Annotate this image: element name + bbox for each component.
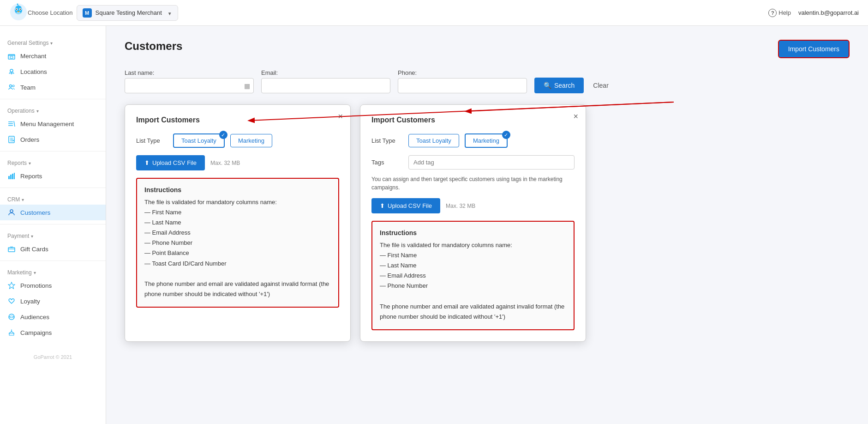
modal-right-title: Import Customers [371, 116, 575, 124]
upload-icon-left: ⬆ [144, 159, 150, 166]
modal-left-close-button[interactable]: × [338, 112, 343, 121]
reports-icon [7, 172, 16, 180]
sidebar-item-audiences[interactable]: Audiences [0, 309, 106, 325]
help-icon: ? [768, 9, 777, 17]
instructions-text-right: The file is validated for mandatory colu… [380, 240, 566, 322]
instructions-title-right: Instructions [380, 229, 566, 236]
audiences-icon [7, 313, 16, 321]
svg-rect-27 [14, 173, 15, 179]
chevron-icon-4: ▾ [22, 197, 24, 202]
sidebar-item-gift-cards[interactable]: Gift Cards [0, 241, 106, 257]
svg-point-9 [17, 4, 18, 5]
email-input[interactable] [261, 78, 390, 93]
tags-label-right: Tags [371, 159, 399, 166]
help-link[interactable]: ? Help [768, 9, 791, 17]
menu-icon [7, 120, 16, 128]
svg-rect-24 [8, 176, 10, 179]
modals-container: Import Customers × List Type Toast Loyal… [125, 104, 850, 342]
list-type-row-right: List Type Toast Loyalty Marketing ✓ [371, 133, 575, 148]
instructions-item-1-right: — Last Name [380, 262, 416, 269]
divider-3 [0, 188, 106, 188]
import-customers-button[interactable]: Import Customers [778, 40, 850, 58]
location-label: Choose Location [28, 9, 73, 16]
last-name-input[interactable] [125, 78, 254, 93]
search-icon: 🔍 [544, 82, 551, 89]
team-icon [7, 83, 16, 91]
last-name-field: Last name: ▦ [125, 69, 254, 93]
instructions-item-2-left: — Email Address [144, 229, 191, 236]
svg-rect-18 [8, 125, 13, 126]
toast-loyalty-btn-right[interactable]: Toast Loyalty [408, 134, 459, 147]
menu-management-label: Menu Management [20, 121, 74, 127]
max-size-left: Max. 32 MB [210, 160, 240, 166]
svg-rect-33 [9, 333, 14, 335]
sidebar-section-payment[interactable]: Payment ▾ [0, 228, 106, 241]
location-dropdown[interactable]: M Square Testing Merchant [77, 5, 178, 21]
sidebar-section-general-settings[interactable]: General Settings ▾ [0, 35, 106, 48]
promotions-icon [7, 281, 16, 290]
svg-rect-11 [10, 56, 13, 58]
svg-point-28 [10, 210, 13, 212]
instructions-intro-left: The file is validated for mandatory colu… [144, 199, 277, 206]
email-field: Email: [261, 69, 390, 93]
instructions-title-left: Instructions [144, 186, 331, 194]
sidebar-item-campaigns[interactable]: Campaigns [0, 325, 106, 340]
sidebar-item-promotions[interactable]: Promotions [0, 278, 106, 293]
tags-input-right[interactable] [408, 155, 575, 170]
instructions-item-4-left: — Point Balance [144, 249, 189, 256]
upload-row-right: ⬆ Upload CSV File Max. 32 MB [371, 198, 575, 213]
marketing-btn-right[interactable]: Marketing ✓ [465, 133, 508, 148]
upload-csv-btn-right[interactable]: ⬆ Upload CSV File [371, 198, 440, 213]
svg-point-7 [18, 11, 19, 12]
instructions-footer-right: The phone number and email are validated… [380, 303, 564, 320]
tags-info-right: You can assign and then target specific … [371, 175, 575, 192]
customers-label: Customers [20, 209, 50, 216]
chevron-icon: ▾ [50, 41, 53, 46]
instructions-item-3-right: — Phone Number [380, 282, 428, 289]
sidebar-item-merchant[interactable]: Merchant [0, 48, 106, 64]
filter-row: Last name: ▦ Email: Phone: 🔍 Search Clea… [125, 69, 850, 93]
sidebar-item-customers[interactable]: Customers [0, 205, 106, 220]
location-badge: M [83, 8, 92, 18]
sidebar-item-team[interactable]: Team [0, 79, 106, 95]
orders-icon [7, 135, 16, 144]
svg-point-5 [20, 9, 21, 10]
instructions-item-0-right: — First Name [380, 252, 417, 259]
campaigns-icon [7, 328, 16, 337]
instructions-box-left: Instructions The file is validated for m… [136, 178, 339, 308]
search-button[interactable]: 🔍 Search [534, 78, 584, 93]
sidebar-item-loyalty[interactable]: Loyalty [0, 293, 106, 309]
sidebar-item-reports[interactable]: Reports [0, 168, 106, 184]
sidebar-section-operations[interactable]: Operations ▾ [0, 103, 106, 116]
location-pin-icon [7, 67, 16, 76]
clear-button[interactable]: Clear [591, 78, 610, 93]
logo [9, 3, 28, 23]
sidebar-footer: GoParrot © 2021 [0, 340, 106, 360]
sidebar-item-menu-management[interactable]: Menu Management [0, 116, 106, 132]
sidebar-item-locations[interactable]: Locations [0, 64, 106, 79]
sidebar-section-marketing[interactable]: Marketing ▾ [0, 265, 106, 278]
promotions-label: Promotions [20, 282, 52, 289]
tags-row-right: Tags [371, 155, 575, 170]
svg-rect-26 [12, 174, 13, 179]
instructions-item-2-right: — Email Address [380, 272, 426, 279]
check-badge-right: ✓ [502, 131, 510, 139]
chevron-icon-2: ▾ [36, 109, 39, 114]
svg-rect-17 [8, 123, 13, 124]
svg-point-14 [10, 85, 12, 87]
chevron-icon-6: ▾ [34, 270, 36, 275]
email-label: Email: [261, 69, 390, 76]
upload-csv-btn-left[interactable]: ⬆ Upload CSV File [136, 155, 205, 170]
toast-loyalty-btn-left[interactable]: Toast Loyalty ✓ [173, 133, 225, 148]
sidebar-item-orders[interactable]: Orders [0, 132, 106, 147]
user-email: valentin.b@goparrot.ai [798, 9, 859, 16]
sidebar-section-crm[interactable]: CRM ▾ [0, 192, 106, 205]
audiences-label: Audiences [20, 314, 49, 321]
last-name-label: Last name: [125, 69, 254, 76]
phone-input[interactable] [398, 78, 527, 93]
modal-right-close-button[interactable]: × [573, 112, 578, 121]
topnav-right: ? Help valentin.b@goparrot.ai [768, 9, 859, 17]
sidebar-section-reports[interactable]: Reports ▾ [0, 155, 106, 168]
location-name: Square Testing Merchant [96, 9, 164, 16]
marketing-btn-left[interactable]: Marketing [230, 134, 272, 147]
